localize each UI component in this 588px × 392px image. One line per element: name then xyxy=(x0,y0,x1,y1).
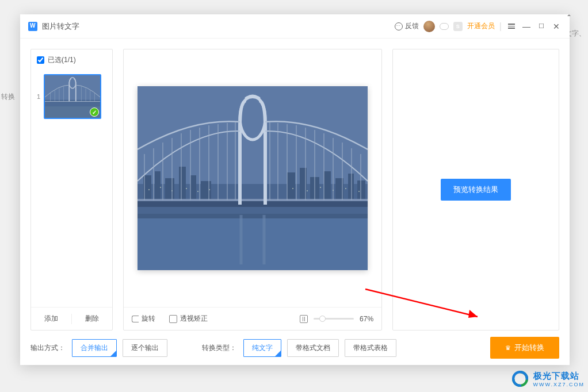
svg-rect-44 xyxy=(138,207,368,214)
main-body: 已选(1/1) 1 xyxy=(20,39,570,330)
feedback-label: 反馈 xyxy=(405,21,419,31)
thumbnail-panel: 已选(1/1) 1 xyxy=(30,49,113,330)
svg-point-38 xyxy=(345,188,346,189)
watermark: 极光下载站 WWW.XZ7.COM xyxy=(510,369,585,389)
chat-icon xyxy=(395,22,403,30)
formatted-doc-button[interactable]: 带格式文档 xyxy=(287,339,339,357)
select-all-row[interactable]: 已选(1/1) xyxy=(31,49,112,71)
svg-point-31 xyxy=(186,188,187,189)
svg-rect-18 xyxy=(179,167,186,204)
check-icon: ✓ xyxy=(90,107,99,117)
watermark-logo-icon xyxy=(510,369,530,389)
start-label: 开始转换 xyxy=(514,343,544,353)
svg-point-32 xyxy=(197,191,198,192)
watermark-url: WWW.XZ7.COM xyxy=(533,382,585,387)
crown-icon: ♛ xyxy=(505,344,511,352)
svg-point-28 xyxy=(148,189,150,190)
avatar[interactable] xyxy=(423,21,435,32)
rotate-button[interactable]: 旋转 xyxy=(132,314,155,324)
svg-rect-41 xyxy=(138,214,368,218)
vip-link[interactable]: 开通会员 xyxy=(467,21,495,31)
background-text: 转换 xyxy=(1,92,15,102)
footer-bar: 输出方式： 合并输出 逐个输出 转换类型： 纯文字 带格式文档 带格式表格 ♛ … xyxy=(20,330,570,365)
slider-thumb[interactable] xyxy=(319,316,326,322)
thumbnail-index: 1 xyxy=(37,93,40,100)
svg-point-34 xyxy=(292,188,293,189)
svg-rect-1 xyxy=(45,100,100,106)
fit-icon[interactable] xyxy=(300,315,308,323)
select-all-checkbox[interactable] xyxy=(37,56,44,64)
app-window: 图片转文字 反馈 S 开通会员 | — ☐ ✕ 已选(1/1) xyxy=(20,14,570,365)
titlebar: 图片转文字 反馈 S 开通会员 | — ☐ ✕ xyxy=(20,14,570,39)
menu-button[interactable] xyxy=(506,21,517,32)
zoom-slider[interactable] xyxy=(314,318,354,320)
svg-point-39 xyxy=(358,191,360,192)
svg-point-29 xyxy=(160,187,161,188)
thumbnail-actions: 添加 删除 xyxy=(31,307,112,330)
rotate-icon xyxy=(132,316,139,322)
window-title: 图片转文字 xyxy=(42,21,79,32)
rotate-label: 旋转 xyxy=(142,314,155,324)
feedback-link[interactable]: 反馈 xyxy=(395,21,419,31)
preview-result-button[interactable]: 预览转换结果 xyxy=(441,179,511,201)
perspective-button[interactable]: 透视矫正 xyxy=(169,314,208,324)
svg-point-36 xyxy=(320,187,321,188)
svg-rect-0 xyxy=(45,75,100,100)
formatted-table-button[interactable]: 带格式表格 xyxy=(345,339,396,357)
zoom-value: 67% xyxy=(360,315,373,323)
convert-type-label: 转换类型： xyxy=(202,343,236,353)
cloud-icon[interactable] xyxy=(440,23,449,30)
add-button[interactable]: 添加 xyxy=(31,308,71,330)
thumbnail-list: 1 xyxy=(31,71,112,307)
image-canvas[interactable] xyxy=(124,49,381,307)
result-panel: 预览转换结果 xyxy=(392,49,559,330)
perspective-label: 透视矫正 xyxy=(180,314,208,324)
image-toolbar: 旋转 透视矫正 67% xyxy=(124,307,381,330)
svg-rect-40 xyxy=(138,214,368,270)
shield-icon[interactable]: S xyxy=(453,22,463,31)
output-mode-label: 输出方式： xyxy=(30,343,65,353)
selected-count-label: 已选(1/1) xyxy=(48,55,76,65)
app-logo-icon xyxy=(28,22,37,31)
maximize-button[interactable]: ☐ xyxy=(536,21,547,32)
thumbnail-item[interactable]: 1 xyxy=(37,74,106,119)
separator: | xyxy=(499,21,502,32)
main-image xyxy=(138,86,368,270)
merge-output-button[interactable]: 合并输出 xyxy=(72,339,117,357)
thumbnail-image[interactable]: ✓ xyxy=(44,74,101,119)
svg-point-35 xyxy=(307,190,308,191)
start-convert-button[interactable]: ♛ 开始转换 xyxy=(490,337,559,359)
preview-panel: 旋转 透视矫正 67% xyxy=(123,49,382,330)
watermark-title: 极光下载站 xyxy=(533,371,585,382)
delete-button[interactable]: 删除 xyxy=(72,308,112,330)
each-output-button[interactable]: 逐个输出 xyxy=(123,339,167,357)
minimize-button[interactable]: — xyxy=(521,21,532,32)
plain-text-button[interactable]: 纯文字 xyxy=(243,339,281,357)
close-button[interactable]: ✕ xyxy=(551,21,562,32)
perspective-icon xyxy=(169,315,177,323)
svg-rect-42 xyxy=(138,201,368,207)
